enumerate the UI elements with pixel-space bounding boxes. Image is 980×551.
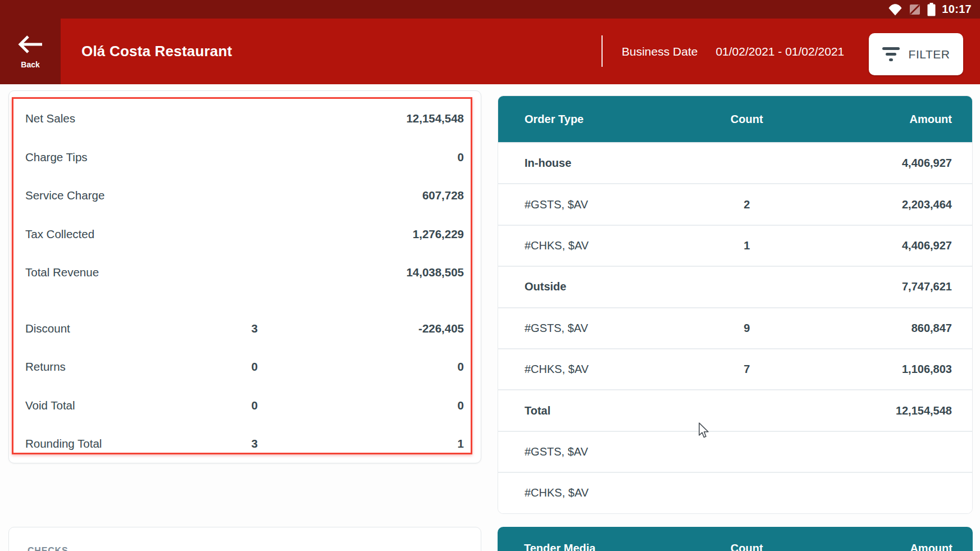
summary-row-net-sales: Net Sales 12,154,548 <box>25 99 464 138</box>
table-row: Outside 7,747,621 <box>498 266 972 307</box>
clock: 10:17 <box>942 3 972 16</box>
filter-icon <box>882 47 900 61</box>
summary-row-discount: Discount 3 -226,405 <box>25 309 464 348</box>
filter-button[interactable]: FILTER <box>869 33 963 75</box>
filter-button-label: FILTER <box>909 48 950 61</box>
checks-card[interactable]: CHECKS <box>8 527 481 551</box>
table-row: #CHKS, $AV 7 1,106,803 <box>498 348 972 389</box>
status-bar: 10:17 <box>0 0 980 19</box>
order-type-table-header: Order Type Count Amount <box>498 96 972 142</box>
wifi-icon <box>888 3 902 16</box>
order-type-table: Order Type Count Amount In-house 4,406,9… <box>498 95 973 514</box>
summary-row-service-charge: Service Charge 607,728 <box>25 176 464 215</box>
checks-card-title: CHECKS <box>28 546 68 551</box>
page-title: Olá Costa Restaurant <box>81 19 232 84</box>
tender-media-table-header: Tender Media Count Amount <box>498 527 973 551</box>
back-button-label: Back <box>21 60 39 69</box>
app-header: Back Olá Costa Restaurant Business Date … <box>0 19 980 84</box>
business-date-value: 01/02/2021 - 01/02/2021 <box>715 45 844 58</box>
no-signal-icon <box>909 3 921 16</box>
sales-summary-card[interactable]: Net Sales 12,154,548 Charge Tips 0 Servi… <box>8 90 481 463</box>
summary-row-rounding-total: Rounding Total 3 1 <box>25 425 464 463</box>
table-row: Total 12,154,548 <box>498 389 972 430</box>
summary-row-tax-collected: Tax Collected 1,276,229 <box>25 215 464 254</box>
table-row: #CHKS, $AV <box>498 472 972 513</box>
table-row: #CHKS, $AV 1 4,406,927 <box>498 225 972 266</box>
app-window: 10:17 Back Olá Costa Restaurant Business… <box>0 0 980 551</box>
summary-row-returns: Returns 0 0 <box>25 348 464 386</box>
summary-row-total-revenue: Total Revenue 14,038,505 <box>25 253 464 292</box>
business-date-control[interactable]: Business Date 01/02/2021 - 01/02/2021 <box>622 19 844 84</box>
table-row: #GSTS, $AV 2 2,203,464 <box>498 183 972 224</box>
summary-row-void-total: Void Total 0 0 <box>25 386 464 425</box>
header-divider <box>601 35 603 67</box>
table-row: #GSTS, $AV <box>498 431 972 472</box>
table-row: #GSTS, $AV 9 860,847 <box>498 307 972 348</box>
summary-row-charge-tips: Charge Tips 0 <box>25 138 464 177</box>
back-button[interactable]: Back <box>0 19 61 84</box>
battery-icon <box>927 3 936 16</box>
back-arrow-icon <box>16 34 44 55</box>
sales-summary-rows: Net Sales 12,154,548 Charge Tips 0 Servi… <box>25 99 464 463</box>
table-row: In-house 4,406,927 <box>498 142 972 183</box>
business-date-label: Business Date <box>622 45 698 58</box>
